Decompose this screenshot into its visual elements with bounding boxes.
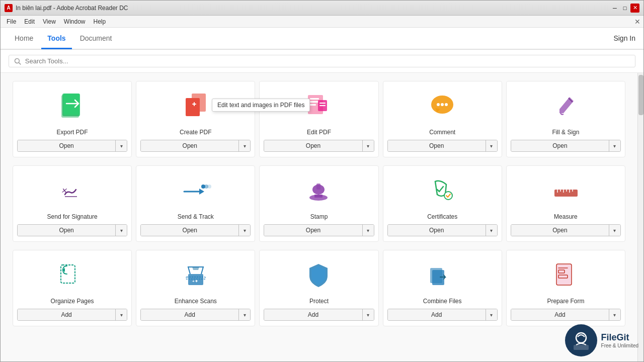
organize-pages-btn-group: Add ▾ bbox=[17, 309, 127, 321]
search-icon bbox=[14, 58, 21, 65]
export-pdf-open-button[interactable]: Open bbox=[18, 140, 116, 151]
create-pdf-icon-area bbox=[178, 89, 213, 125]
certificates-arrow-button[interactable]: ▾ bbox=[486, 225, 497, 236]
send-track-arrow-button[interactable]: ▾ bbox=[239, 225, 250, 236]
create-pdf-name: Create PDF bbox=[180, 129, 211, 136]
search-input-wrap[interactable] bbox=[9, 55, 635, 67]
svg-rect-54 bbox=[574, 345, 589, 350]
enhance-scans-name: Enhance Scans bbox=[175, 298, 217, 305]
tab-tools[interactable]: Tools bbox=[41, 28, 71, 49]
tools-area: Export PDF Open ▾ bbox=[1, 73, 637, 362]
tab-home[interactable]: Home bbox=[9, 28, 39, 49]
prepare-form-icon-area bbox=[548, 258, 583, 294]
stamp-arrow-button[interactable]: ▾ bbox=[363, 225, 374, 236]
send-signature-open-button[interactable]: Open bbox=[18, 225, 116, 236]
fill-sign-arrow-button[interactable]: ▾ bbox=[609, 140, 620, 151]
sign-in-button[interactable]: Sign In bbox=[613, 34, 635, 42]
organize-pages-name: Organize Pages bbox=[51, 298, 94, 305]
stamp-icon bbox=[302, 175, 335, 208]
tool-fill-sign: Fill & Sign Open ▾ bbox=[506, 81, 625, 157]
export-pdf-name: Export PDF bbox=[57, 129, 88, 136]
svg-rect-13 bbox=[310, 104, 316, 106]
tools-row-1: Export PDF Open ▾ bbox=[13, 81, 625, 157]
enhance-scans-arrow-button[interactable]: ▾ bbox=[239, 309, 250, 320]
organize-pages-add-button[interactable]: Add bbox=[18, 309, 116, 320]
watermark: FileGit Free & Unlimited bbox=[565, 324, 638, 356]
organize-pages-icon bbox=[56, 260, 89, 293]
tool-certificates: Certificates Open ▾ bbox=[383, 165, 502, 242]
certificates-btn-group: Open ▾ bbox=[387, 224, 498, 236]
stamp-btn-group: Open ▾ bbox=[264, 224, 374, 236]
comment-open-button[interactable]: Open bbox=[388, 140, 486, 151]
enhance-scans-add-button[interactable]: Add bbox=[141, 309, 239, 320]
minimize-button[interactable]: ─ bbox=[610, 4, 619, 13]
scrollbar[interactable] bbox=[637, 73, 643, 362]
combine-files-btn-group: Add ▾ bbox=[387, 309, 498, 321]
svg-marker-25 bbox=[199, 189, 204, 195]
send-track-icon-area bbox=[178, 174, 213, 209]
certificates-name: Certificates bbox=[427, 213, 457, 220]
menu-view[interactable]: View bbox=[39, 17, 60, 27]
protect-add-button[interactable]: Add bbox=[264, 309, 362, 320]
combine-files-arrow-button[interactable]: ▾ bbox=[486, 309, 497, 320]
measure-arrow-button[interactable]: ▾ bbox=[609, 225, 620, 236]
stamp-icon-area bbox=[301, 174, 337, 209]
measure-open-button[interactable]: Open bbox=[511, 225, 609, 236]
svg-line-1 bbox=[19, 62, 20, 64]
protect-name: Protect bbox=[309, 298, 329, 305]
create-pdf-open-button[interactable]: Open bbox=[141, 140, 239, 151]
menu-close-icon[interactable]: ✕ bbox=[634, 18, 640, 26]
certificates-open-button[interactable]: Open bbox=[388, 225, 486, 236]
edit-pdf-arrow-button[interactable]: ▾ bbox=[363, 140, 374, 151]
main-content: Export PDF Open ▾ bbox=[1, 73, 643, 362]
combine-files-add-button[interactable]: Add bbox=[388, 309, 486, 320]
tool-export-pdf: Export PDF Open ▾ bbox=[13, 81, 132, 157]
maximize-button[interactable]: □ bbox=[620, 4, 629, 13]
combine-files-name: Combine Files bbox=[423, 298, 462, 305]
menu-bar: File Edit View Window Help ✕ bbox=[1, 16, 643, 28]
tool-create-pdf: Create PDF Open ▾ bbox=[136, 81, 255, 157]
stamp-open-button[interactable]: Open bbox=[264, 225, 362, 236]
export-pdf-arrow-button[interactable]: ▾ bbox=[116, 140, 127, 151]
svg-rect-7 bbox=[186, 98, 200, 116]
organize-pages-icon-area bbox=[55, 258, 90, 294]
create-pdf-arrow-button[interactable]: ▾ bbox=[239, 140, 250, 151]
tool-send-signature: ✕ Send for Signature Open ▾ bbox=[13, 165, 132, 242]
comment-name: Comment bbox=[429, 129, 455, 136]
comment-icon-area bbox=[425, 89, 460, 125]
tool-comment: Comment Open ▾ bbox=[383, 81, 502, 157]
tool-prepare-form: Prepare Form Add ▾ bbox=[506, 250, 625, 326]
svg-point-21 bbox=[445, 103, 448, 106]
acrobat-icon: A bbox=[5, 4, 13, 12]
measure-name: Measure bbox=[554, 213, 578, 220]
menu-window[interactable]: Window bbox=[60, 17, 90, 27]
organize-pages-arrow-button[interactable]: ▾ bbox=[116, 309, 127, 320]
send-track-open-button[interactable]: Open bbox=[141, 225, 239, 236]
close-button[interactable]: ✕ bbox=[630, 4, 639, 13]
enhance-scans-icon-area: +✦ bbox=[178, 258, 213, 294]
prepare-form-arrow-button[interactable]: ▾ bbox=[609, 309, 620, 320]
tab-document[interactable]: Document bbox=[74, 28, 118, 49]
watermark-logo bbox=[565, 324, 597, 356]
comment-arrow-button[interactable]: ▾ bbox=[486, 140, 497, 151]
prepare-form-add-button[interactable]: Add bbox=[511, 309, 609, 320]
export-pdf-btn-group: Open ▾ bbox=[17, 140, 127, 152]
send-signature-arrow-button[interactable]: ▾ bbox=[116, 225, 127, 236]
send-signature-icon: ✕ bbox=[56, 175, 89, 208]
combine-files-icon-area bbox=[425, 258, 460, 294]
fill-sign-open-button[interactable]: Open bbox=[511, 140, 609, 151]
menu-help[interactable]: Help bbox=[90, 17, 110, 27]
scrollbar-thumb[interactable] bbox=[638, 75, 643, 115]
protect-arrow-button[interactable]: ▾ bbox=[363, 309, 374, 320]
tool-send-track: Send & Track Open ▾ bbox=[136, 165, 255, 242]
watermark-icon bbox=[569, 328, 594, 353]
tool-combine-files: Combine Files Add ▾ bbox=[383, 250, 502, 326]
export-pdf-icon-area bbox=[55, 89, 90, 125]
search-input[interactable] bbox=[25, 57, 630, 65]
tool-enhance-scans: +✦ Enhance Scans Add ▾ bbox=[136, 250, 255, 326]
tools-row-2: ✕ Send for Signature Open ▾ bbox=[13, 165, 625, 242]
nav-bar: Home Tools Document Sign In bbox=[1, 28, 643, 50]
menu-file[interactable]: File bbox=[3, 17, 20, 27]
menu-edit[interactable]: Edit bbox=[20, 17, 39, 27]
edit-pdf-open-button[interactable]: Open bbox=[264, 140, 362, 151]
